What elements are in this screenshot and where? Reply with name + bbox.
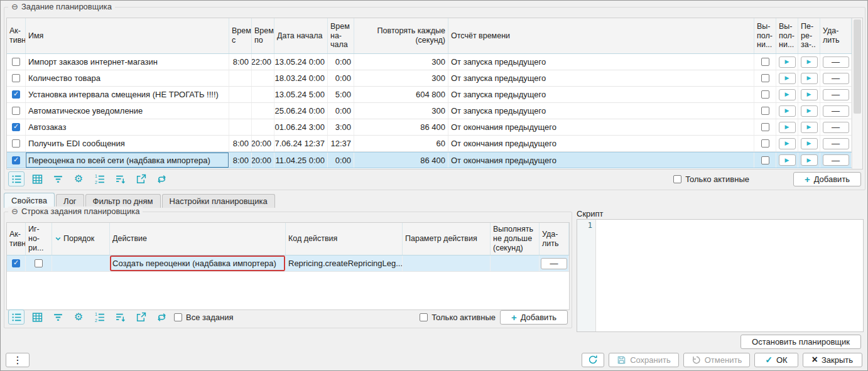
scheduler-row[interactable]: Получить EDI сообщения 8:00 20:00 27.06.… (7, 136, 852, 152)
refresh-button[interactable] (582, 353, 604, 367)
col-action-code[interactable]: Код действия (286, 223, 403, 255)
restart-button[interactable]: ▶ (801, 56, 818, 68)
only-active-checkbox[interactable]: Только активные (673, 175, 749, 184)
active-checkbox[interactable] (12, 259, 20, 267)
settings-gear-icon[interactable]: ⚙ (70, 309, 87, 325)
action-cell-highlighted[interactable]: Создать переоценки (надбавка импортера) (110, 255, 286, 271)
delete-row-button[interactable]: — (823, 73, 849, 84)
restart-button[interactable]: ▶ (801, 138, 818, 149)
task-name-cell[interactable]: Переоценка по всей сети (надбавка импорт… (26, 153, 229, 168)
done-checkbox[interactable] (761, 156, 769, 164)
start-time-cell[interactable]: 0:00 (328, 103, 354, 119)
tab-day-filter[interactable]: Фильтр по дням (85, 194, 161, 208)
restart-button[interactable]: ▶ (801, 105, 818, 117)
start-time-cell[interactable]: 5:00 (328, 87, 354, 102)
timing-cell[interactable]: От окончания предыдущего (448, 136, 754, 151)
start-date-cell[interactable]: 01.06.24 3:00 (274, 119, 328, 135)
active-checkbox[interactable] (12, 58, 20, 66)
col-ignore[interactable]: Иг- но- ри... (26, 223, 52, 255)
task-name-cell[interactable]: Получить EDI сообщения (26, 136, 229, 151)
done-checkbox[interactable] (761, 74, 769, 82)
scheduler-row-selected[interactable]: Переоценка по всей сети (надбавка импорт… (7, 152, 852, 168)
col-action[interactable]: Действие (110, 223, 286, 255)
collapse-icon[interactable]: ⊖ (11, 207, 18, 215)
time-from-cell[interactable]: 8:00 (229, 54, 252, 70)
col-timing[interactable]: Отсчёт времени (448, 18, 754, 53)
run-button[interactable]: ▶ (779, 56, 796, 68)
ok-button[interactable]: ✓ ОК (754, 353, 798, 367)
checkbox-box[interactable] (174, 313, 182, 321)
start-date-cell[interactable]: 13.05.24 5:00 (274, 87, 328, 102)
start-time-cell[interactable]: 0:00 (328, 153, 354, 168)
delete-row-button[interactable]: — (541, 258, 567, 269)
col-run[interactable]: Вы- пол- ни... (776, 18, 798, 53)
start-date-cell[interactable]: 27.06.24 12:37 (274, 136, 328, 151)
timeout-cell[interactable] (491, 255, 540, 271)
run-button[interactable]: ▶ (779, 122, 796, 133)
numbered-list-icon[interactable]: 12 (91, 171, 107, 186)
settings-gear-icon[interactable]: ⚙ (70, 171, 87, 186)
ignore-checkbox[interactable] (35, 259, 43, 267)
table-view-icon[interactable] (29, 309, 45, 325)
scheduler-row[interactable]: Автоматическое уведомление 25.06.24 0:00… (7, 103, 852, 119)
repeat-icon[interactable] (153, 309, 170, 325)
restart-button[interactable]: ▶ (801, 154, 818, 166)
col-restart[interactable]: Пе- ре- за-.. (798, 18, 820, 53)
active-checkbox[interactable] (12, 107, 20, 115)
repeat-cell[interactable]: 60 (354, 136, 448, 151)
time-from-cell[interactable]: 8:00 (229, 153, 252, 168)
time-to-cell[interactable] (252, 103, 274, 119)
task-name-cell[interactable]: Автозаказ (26, 119, 229, 135)
close-button[interactable]: × Закрыть (803, 353, 862, 367)
open-external-icon[interactable] (133, 171, 149, 186)
start-date-cell[interactable]: 11.04.25 0:00 (274, 153, 328, 168)
done-checkbox[interactable] (761, 139, 769, 148)
menu-button[interactable]: ⋮ (6, 353, 30, 367)
run-button[interactable]: ▶ (779, 138, 796, 149)
time-from-cell[interactable] (229, 119, 252, 135)
timing-cell[interactable]: От окончания предыдущего (448, 119, 754, 135)
repeat-cell[interactable]: 86 400 (354, 119, 448, 135)
only-active-checkbox[interactable]: Только активные (420, 313, 496, 322)
done-checkbox[interactable] (761, 123, 769, 131)
filter-icon[interactable] (50, 309, 66, 325)
col-delete[interactable]: Уда- лить (540, 223, 569, 255)
task-name-cell[interactable]: Количество товара (26, 70, 229, 86)
add-task-button[interactable]: + Добавить (793, 172, 861, 186)
cancel-button[interactable]: Отменить (683, 353, 750, 367)
col-delete[interactable]: Уда- лить (820, 18, 852, 53)
done-checkbox[interactable] (761, 107, 769, 115)
col-action-param[interactable]: Параметр действия (403, 223, 491, 255)
tab-scheduler-settings[interactable]: Настройки планировщика (162, 194, 275, 208)
checkbox-box[interactable] (673, 175, 681, 183)
active-checkbox[interactable] (12, 139, 20, 148)
run-button[interactable]: ▶ (779, 105, 796, 117)
action-param-cell[interactable] (403, 255, 491, 271)
add-task-line-button[interactable]: + Добавить (500, 310, 568, 325)
repeat-cell[interactable]: 86 400 (354, 153, 448, 168)
col-time-to[interactable]: Врем по (252, 18, 274, 53)
start-time-cell[interactable]: 0:00 (328, 70, 354, 86)
scheduler-row[interactable]: Количество товара 18.03.24 0:00 0:00 300… (7, 70, 852, 87)
list-view-icon[interactable] (8, 171, 24, 186)
time-from-cell[interactable]: 8:00 (229, 136, 252, 151)
order-cell[interactable] (52, 255, 110, 271)
active-checkbox[interactable] (12, 90, 20, 99)
time-to-cell[interactable] (252, 87, 274, 102)
time-to-cell[interactable]: 20:00 (252, 136, 274, 151)
delete-row-button[interactable]: — (823, 56, 849, 68)
task-name-cell[interactable]: Импорт заказов интернет-магазин (26, 54, 229, 70)
vertical-scrollbar[interactable] (852, 18, 862, 169)
done-checkbox[interactable] (761, 58, 769, 66)
script-code-area[interactable] (596, 220, 863, 331)
active-checkbox[interactable] (12, 123, 20, 131)
sort-icon[interactable] (112, 309, 128, 325)
time-from-cell[interactable] (229, 70, 252, 86)
delete-row-button[interactable]: — (823, 89, 849, 100)
script-editor[interactable]: 1 (577, 219, 864, 332)
timing-cell[interactable]: От окончания предыдущего (448, 153, 754, 168)
filter-icon[interactable] (50, 171, 66, 186)
time-to-cell[interactable] (252, 70, 274, 86)
run-button[interactable]: ▶ (779, 89, 796, 100)
list-view-icon[interactable] (8, 309, 24, 325)
